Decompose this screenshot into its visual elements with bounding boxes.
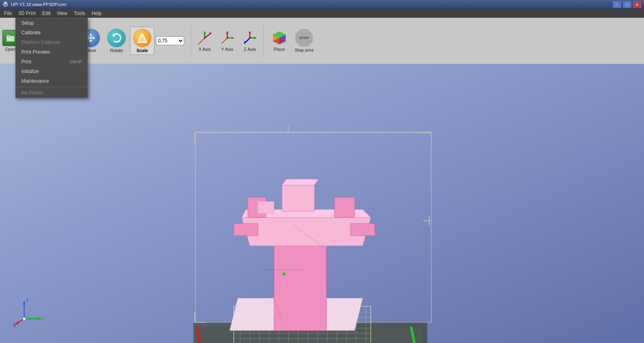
dd-separator	[16, 87, 87, 87]
svg-point-9	[89, 37, 92, 39]
svg-marker-104	[282, 179, 318, 185]
svg-line-16	[198, 38, 205, 44]
dd-calibrate[interactable]: Calibrate	[16, 28, 87, 38]
svg-text:Z: Z	[26, 298, 29, 303]
yaxis-button[interactable]: Y Axis	[217, 28, 238, 53]
scale-button[interactable]: Scale	[130, 27, 154, 55]
svg-point-122	[23, 318, 25, 320]
svg-marker-29	[249, 31, 251, 33]
menu-edit[interactable]: Edit	[39, 9, 54, 18]
dd-no-printer: No Printer	[16, 88, 87, 98]
stop-print-button[interactable]: STOP Stop print	[293, 27, 315, 54]
svg-marker-106	[351, 224, 375, 236]
open-label: Open	[5, 47, 16, 52]
svg-point-25	[226, 37, 228, 39]
stop-icon: STOP	[295, 29, 313, 47]
scale-icon	[133, 29, 152, 47]
title-text: UP! V1.18 www.PP3DP.com	[11, 2, 66, 7]
dd-setup[interactable]: Setup	[16, 18, 87, 28]
toolbar-sep-3	[264, 25, 264, 57]
dropdown-3dprint: Setup Calibrate Platform Calibrate Print…	[15, 18, 88, 98]
dd-platform-calibrate: Platform Calibrate	[16, 38, 87, 47]
dd-print-preview[interactable]: Print Preview	[16, 47, 87, 57]
svg-marker-6	[89, 40, 92, 42]
svg-marker-5	[89, 33, 92, 36]
restore-button[interactable]: □	[623, 1, 632, 8]
menu-tools[interactable]: Tools	[71, 9, 88, 18]
menu-3dprint[interactable]: 3D Print	[15, 9, 39, 18]
svg-marker-8	[93, 36, 95, 40]
svg-rect-98	[274, 242, 326, 330]
zaxis-button[interactable]: Z Axis	[239, 28, 260, 53]
rotate-button[interactable]: Rotate	[104, 27, 129, 54]
menu-bar: File 3D Print Edit View Tools Help	[0, 9, 644, 18]
3d-scene	[0, 64, 644, 343]
svg-marker-30	[254, 37, 256, 39]
svg-marker-23	[232, 37, 234, 39]
menu-help[interactable]: Help	[88, 9, 105, 18]
svg-point-32	[249, 37, 251, 39]
svg-line-22	[222, 38, 227, 44]
svg-marker-105	[234, 224, 258, 236]
viewport[interactable]: Z X Y	[0, 64, 644, 343]
svg-point-17	[204, 37, 206, 39]
title-bar: 🖨️ UP! V1.18 www.PP3DP.com − □ ✕	[0, 0, 644, 9]
menu-view[interactable]: View	[54, 9, 71, 18]
minimize-button[interactable]: −	[613, 1, 621, 8]
toolbar: Open ? About Fit	[0, 18, 644, 64]
close-button[interactable]: ✕	[633, 1, 642, 8]
svg-marker-114	[23, 301, 26, 305]
svg-text:X: X	[13, 323, 16, 327]
svg-marker-24	[226, 31, 229, 33]
dd-maintenance[interactable]: Maintenance	[16, 76, 87, 86]
zaxis-icon	[242, 30, 258, 46]
scale-select[interactable]: 0,25 0,50 0,75 1,00 1,25 1,50 2,00	[156, 36, 184, 45]
rotate-icon	[107, 29, 126, 47]
svg-point-112	[283, 272, 286, 276]
svg-rect-103	[282, 185, 314, 211]
svg-rect-107	[258, 201, 274, 213]
xaxis-icon	[197, 30, 213, 46]
axes-indicator: Z X Y	[12, 295, 44, 327]
place-button[interactable]: Place	[267, 28, 291, 53]
toolbar-sep-2	[191, 25, 191, 57]
dd-initialize[interactable]: Initialize	[16, 67, 87, 76]
xaxis-button[interactable]: X Axis	[194, 28, 215, 53]
menu-file[interactable]: File	[1, 9, 15, 18]
scale-area: 0,25 0,50 0,75 1,00 1,25 1,50 2,00	[156, 36, 184, 45]
place-icon	[271, 30, 287, 46]
svg-text:Y: Y	[40, 316, 44, 321]
dd-print[interactable]: Print Ctrl+P	[16, 57, 87, 67]
svg-marker-102	[334, 197, 355, 218]
yaxis-icon	[219, 30, 235, 46]
svg-marker-19	[204, 31, 206, 33]
